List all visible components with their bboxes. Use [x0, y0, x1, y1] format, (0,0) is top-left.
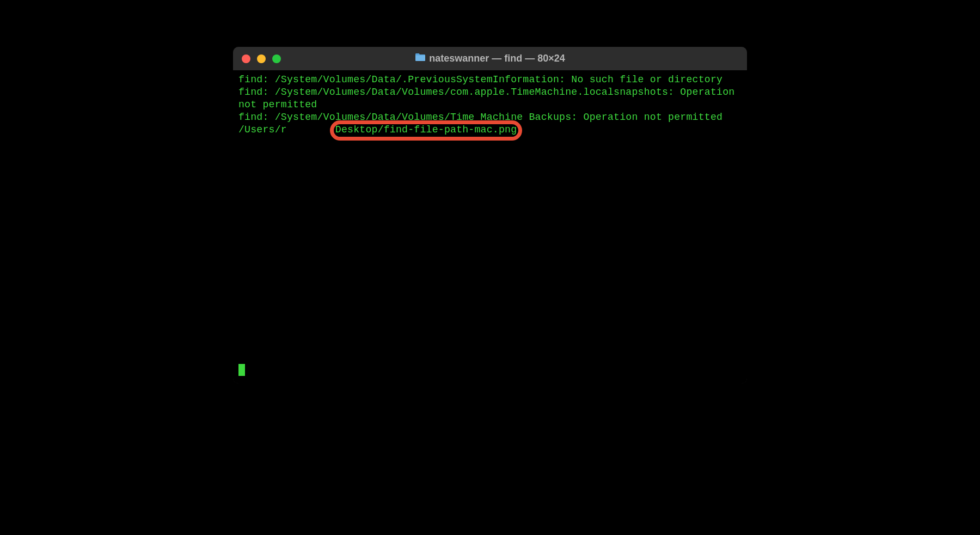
- folder-icon: [415, 53, 426, 64]
- highlighted-path-wrap: Desktop/find-file-path-mac.png: [335, 124, 517, 136]
- output-line-3: find: /System/Volumes/Data/Volumes/Time …: [238, 112, 722, 123]
- terminal-output: find: /System/Volumes/Data/.PreviousSyst…: [238, 74, 742, 136]
- terminal-body[interactable]: find: /System/Volumes/Data/.PreviousSyst…: [233, 70, 747, 384]
- window-title: nateswanner — find — 80×24: [429, 53, 565, 64]
- terminal-window: nateswanner — find — 80×24 find: /System…: [233, 47, 747, 384]
- highlighted-path: Desktop/find-file-path-mac.png: [335, 124, 517, 135]
- close-button[interactable]: [242, 54, 250, 63]
- minimize-button[interactable]: [257, 54, 266, 63]
- output-line-4-gap: [287, 124, 335, 135]
- output-line-1: find: /System/Volumes/Data/.PreviousSyst…: [238, 74, 722, 85]
- output-line-4-prefix: /Users/r: [238, 124, 287, 135]
- output-line-2: find: /System/Volumes/Data/Volumes/com.a…: [238, 87, 741, 110]
- window-title-container: nateswanner — find — 80×24: [233, 53, 747, 64]
- titlebar[interactable]: nateswanner — find — 80×24: [233, 47, 747, 70]
- zoom-button[interactable]: [272, 54, 281, 63]
- traffic-lights: [242, 54, 281, 63]
- terminal-cursor: [238, 364, 245, 376]
